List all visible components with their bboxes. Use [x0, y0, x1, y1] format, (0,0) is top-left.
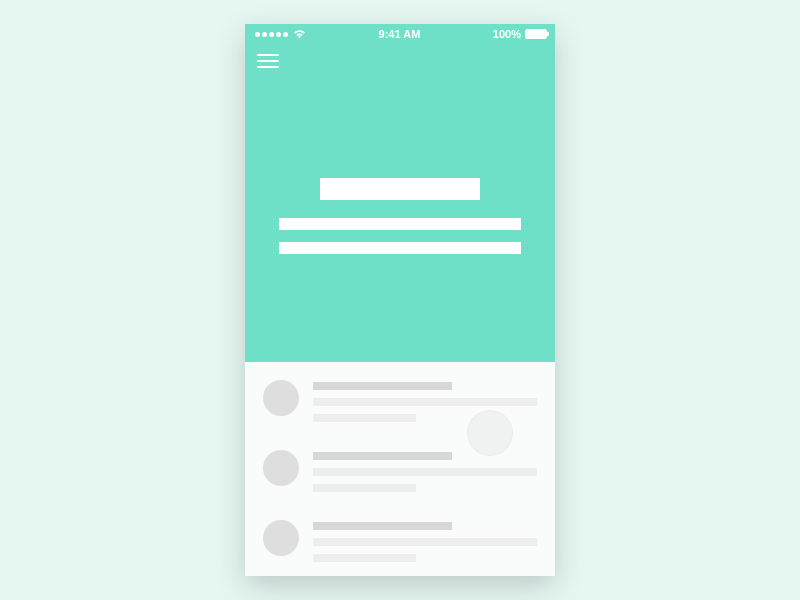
list-item-line-placeholder	[313, 484, 416, 492]
hero-header: 9:41 AM 100%	[245, 24, 555, 362]
hero-title-placeholder	[320, 178, 480, 200]
content-list[interactable]	[245, 362, 555, 576]
wifi-icon	[293, 29, 306, 39]
hamburger-icon[interactable]	[257, 54, 279, 68]
list-item[interactable]	[263, 380, 537, 430]
list-item-line-placeholder	[313, 414, 416, 422]
avatar	[263, 450, 299, 486]
nav-bar	[245, 44, 555, 68]
status-right: 100%	[493, 28, 547, 40]
avatar	[263, 520, 299, 556]
list-item-line-placeholder	[313, 468, 537, 476]
hero-line-placeholder	[279, 242, 521, 254]
status-time: 9:41 AM	[379, 28, 421, 40]
hero-placeholder-block	[279, 178, 521, 266]
list-item[interactable]	[263, 450, 537, 500]
status-left	[255, 29, 306, 39]
list-item-line-placeholder	[313, 554, 416, 562]
list-item-title-placeholder	[313, 522, 452, 530]
battery-full-icon	[525, 29, 547, 39]
list-item-body	[313, 380, 537, 430]
avatar	[263, 380, 299, 416]
list-item[interactable]	[263, 520, 537, 570]
hero-line-placeholder	[279, 218, 521, 230]
cellular-signal-icon	[255, 32, 288, 37]
list-item-body	[313, 450, 537, 500]
list-item-title-placeholder	[313, 452, 452, 460]
battery-percentage: 100%	[493, 28, 521, 40]
status-bar: 9:41 AM 100%	[245, 24, 555, 44]
phone-frame: 9:41 AM 100%	[245, 24, 555, 576]
list-item-line-placeholder	[313, 538, 537, 546]
list-item-title-placeholder	[313, 382, 452, 390]
list-item-body	[313, 520, 537, 570]
list-item-line-placeholder	[313, 398, 537, 406]
